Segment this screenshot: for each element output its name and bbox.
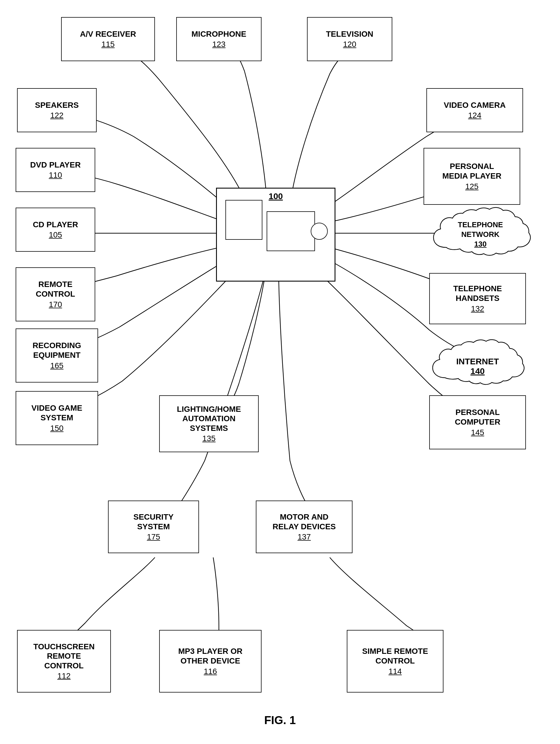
node-video-camera: VIDEO CAMERA 124 <box>427 88 523 132</box>
touchscreen-remote-number: 112 <box>57 671 71 680</box>
speakers-number: 122 <box>50 111 64 120</box>
personal-computer-label: PERSONAL COMPUTER <box>455 408 500 426</box>
telephone-handsets-label: TELEPHONE HANDSETS <box>453 284 502 303</box>
cd-player-number: 105 <box>49 230 62 239</box>
microphone-label: MICROPHONE <box>192 29 246 39</box>
node-motor-relay: MOTOR AND RELAY DEVICES 137 <box>256 500 353 553</box>
simple-remote-number: 114 <box>389 667 402 676</box>
television-number: 120 <box>343 40 356 49</box>
remote-control-number: 170 <box>49 300 62 309</box>
node-internet: INTERNET 140 <box>429 336 526 393</box>
node-speakers: SPEAKERS 122 <box>17 88 97 132</box>
node-mp3-player: MP3 PLAYER OR OTHER DEVICE 116 <box>159 630 262 693</box>
telephone-handsets-number: 132 <box>471 304 484 313</box>
node-telephone-handsets: TELEPHONE HANDSETS 132 <box>429 273 526 324</box>
remote-control-label: REMOTE CONTROL <box>36 280 75 299</box>
node-video-game-system: VIDEO GAME SYSTEM 150 <box>16 391 98 445</box>
av-receiver-number: 115 <box>102 40 115 49</box>
microphone-number: 123 <box>212 40 226 49</box>
node-recording-equipment: RECORDING EQUIPMENT 165 <box>16 329 98 382</box>
personal-media-player-label: PERSONAL MEDIA PLAYER <box>442 161 502 181</box>
recording-equipment-label: RECORDING EQUIPMENT <box>32 341 81 360</box>
simple-remote-label: SIMPLE REMOTE CONTROL <box>362 646 428 666</box>
dvd-player-number: 110 <box>49 171 62 180</box>
security-system-number: 175 <box>147 532 160 542</box>
node-personal-media-player: PERSONAL MEDIA PLAYER 125 <box>424 148 520 205</box>
internet-label: INTERNET <box>456 357 499 366</box>
lighting-home-number: 135 <box>202 434 216 443</box>
center-device: 100 <box>216 188 335 282</box>
node-microphone: MICROPHONE 123 <box>176 17 262 61</box>
personal-media-player-number: 125 <box>465 182 479 191</box>
motor-relay-number: 137 <box>297 532 311 542</box>
personal-computer-number: 145 <box>471 428 484 437</box>
node-lighting-home: LIGHTING/HOME AUTOMATION SYSTEMS 135 <box>159 395 259 452</box>
figure-label: FIG. 1 <box>264 714 296 727</box>
telephone-network-number: 130 <box>474 240 486 248</box>
recording-equipment-number: 165 <box>50 361 64 370</box>
diagram: 100 A/V RECEIVER 115 MICROPHONE 123 TELE… <box>0 0 560 744</box>
center-number: 100 <box>269 191 283 201</box>
internet-number: 140 <box>471 366 485 376</box>
video-game-system-number: 150 <box>50 424 64 433</box>
television-label: TELEVISION <box>326 29 373 39</box>
node-touchscreen-remote: TOUCHSCREEN REMOTE CONTROL 112 <box>17 630 111 693</box>
mp3-player-label: MP3 PLAYER OR OTHER DEVICE <box>178 646 242 666</box>
speakers-label: SPEAKERS <box>35 100 79 110</box>
lighting-home-label: LIGHTING/HOME AUTOMATION SYSTEMS <box>177 404 241 433</box>
video-camera-number: 124 <box>468 111 482 120</box>
mp3-player-number: 116 <box>204 667 217 676</box>
cd-player-label: CD PLAYER <box>33 220 78 229</box>
node-av-receiver: A/V RECEIVER 115 <box>61 17 155 61</box>
video-game-system-label: VIDEO GAME SYSTEM <box>32 403 82 422</box>
video-camera-label: VIDEO CAMERA <box>444 100 506 110</box>
touchscreen-remote-label: TOUCHSCREEN REMOTE CONTROL <box>33 642 95 671</box>
dvd-player-label: DVD PLAYER <box>30 160 81 170</box>
node-remote-control: REMOTE CONTROL 170 <box>16 267 95 321</box>
node-telephone-network: TELEPHONE NETWORK 130 <box>429 202 531 264</box>
node-dvd-player: DVD PLAYER 110 <box>16 148 95 192</box>
telephone-network-label: TELEPHONE NETWORK <box>458 220 503 238</box>
node-cd-player: CD PLAYER 105 <box>16 208 95 252</box>
motor-relay-label: MOTOR AND RELAY DEVICES <box>273 512 336 531</box>
av-receiver-label: A/V RECEIVER <box>80 29 136 39</box>
security-system-label: SECURITY SYSTEM <box>133 512 174 531</box>
node-television: TELEVISION 120 <box>307 17 392 61</box>
node-security-system: SECURITY SYSTEM 175 <box>108 500 199 553</box>
node-simple-remote: SIMPLE REMOTE CONTROL 114 <box>347 630 443 693</box>
node-personal-computer: PERSONAL COMPUTER 145 <box>429 395 526 449</box>
